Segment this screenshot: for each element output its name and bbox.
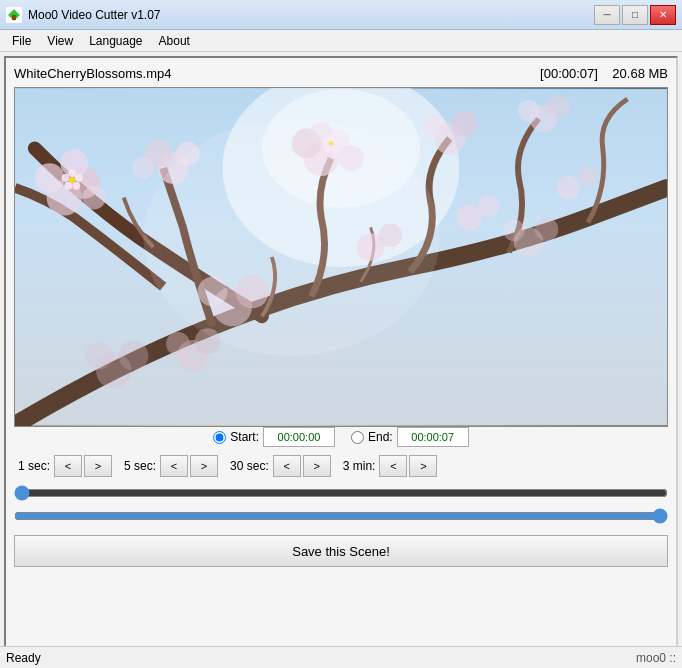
restore-button[interactable]: □ xyxy=(622,5,648,25)
step-fwd-5sec[interactable]: > xyxy=(190,455,218,477)
file-size: 20.68 MB xyxy=(612,66,668,81)
step-label-5sec: 5 sec: xyxy=(124,459,156,473)
step-label-30sec: 30 sec: xyxy=(230,459,269,473)
svg-point-9 xyxy=(35,163,65,193)
step-group-1sec: 1 sec: < > xyxy=(18,455,112,477)
svg-point-56 xyxy=(85,342,113,370)
window-controls: ─ □ ✕ xyxy=(594,5,676,25)
menu-bar: File View Language About xyxy=(0,30,682,52)
start-end-row: Start: 00:00:00 End: 00:00:07 xyxy=(14,427,668,447)
svg-point-37 xyxy=(75,174,83,182)
menu-view[interactable]: View xyxy=(39,32,81,50)
video-canvas xyxy=(15,88,667,426)
step-back-5sec[interactable]: < xyxy=(160,455,188,477)
step-label-1sec: 1 sec: xyxy=(18,459,50,473)
svg-point-53 xyxy=(503,219,525,241)
moo0-link[interactable]: moo0 :: xyxy=(636,651,676,665)
step-row: 1 sec: < > 5 sec: < > 30 sec: < > 3 min:… xyxy=(14,455,668,477)
menu-about[interactable]: About xyxy=(151,32,198,50)
svg-point-41 xyxy=(69,177,75,183)
svg-point-23 xyxy=(423,115,447,139)
svg-point-15 xyxy=(133,157,155,179)
svg-point-11 xyxy=(82,186,106,210)
status-text: Ready xyxy=(6,651,41,665)
status-bar: Ready moo0 :: xyxy=(0,646,682,668)
svg-point-50 xyxy=(166,332,190,356)
end-time-input[interactable]: 00:00:07 xyxy=(397,427,469,447)
title-text: Moo0 Video Cutter v1.07 xyxy=(28,8,161,22)
svg-point-55 xyxy=(119,341,149,371)
step-back-3min[interactable]: < xyxy=(379,455,407,477)
step-fwd-1sec[interactable]: > xyxy=(84,455,112,477)
start-radio-group: Start: 00:00:00 xyxy=(213,427,335,447)
svg-point-25 xyxy=(546,95,570,119)
svg-point-57 xyxy=(143,119,439,356)
svg-point-22 xyxy=(452,111,478,137)
file-timestamp: [00:00:07] xyxy=(540,66,598,81)
svg-point-40 xyxy=(62,174,70,182)
svg-rect-3 xyxy=(12,15,16,20)
end-radio[interactable] xyxy=(351,431,364,444)
svg-point-39 xyxy=(64,182,72,190)
svg-point-34 xyxy=(556,176,580,200)
video-area xyxy=(14,87,668,427)
end-slider[interactable] xyxy=(14,508,668,524)
save-button[interactable]: Save this Scene! xyxy=(14,535,668,567)
step-group-3min: 3 min: < > xyxy=(343,455,438,477)
slider-row-end xyxy=(14,508,668,527)
title-bar: Moo0 Video Cutter v1.07 ─ □ ✕ xyxy=(0,0,682,30)
step-label-3min: 3 min: xyxy=(343,459,376,473)
svg-point-33 xyxy=(478,195,500,217)
svg-point-26 xyxy=(518,100,540,122)
start-label: Start: xyxy=(230,430,259,444)
step-fwd-30sec[interactable]: > xyxy=(303,455,331,477)
close-button[interactable]: ✕ xyxy=(650,5,676,25)
svg-point-52 xyxy=(535,217,559,241)
start-time-input[interactable]: 00:00:00 xyxy=(263,427,335,447)
end-radio-group: End: 00:00:07 xyxy=(351,427,469,447)
file-meta: [00:00:07] 20.68 MB xyxy=(540,66,668,81)
svg-point-36 xyxy=(68,169,76,177)
step-back-1sec[interactable]: < xyxy=(54,455,82,477)
menu-file[interactable]: File xyxy=(4,32,39,50)
svg-point-32 xyxy=(457,205,483,231)
file-name: WhiteCherryBlossoms.mp4 xyxy=(14,66,172,81)
step-fwd-3min[interactable]: > xyxy=(409,455,437,477)
minimize-button[interactable]: ─ xyxy=(594,5,620,25)
start-radio[interactable] xyxy=(213,431,226,444)
title-left: Moo0 Video Cutter v1.07 xyxy=(6,7,161,23)
file-info: WhiteCherryBlossoms.mp4 [00:00:07] 20.68… xyxy=(14,66,668,81)
menu-language[interactable]: Language xyxy=(81,32,150,50)
step-group-30sec: 30 sec: < > xyxy=(230,455,331,477)
app-icon xyxy=(6,7,22,23)
step-group-5sec: 5 sec: < > xyxy=(124,455,218,477)
main-window: WhiteCherryBlossoms.mp4 [00:00:07] 20.68… xyxy=(4,56,678,664)
svg-point-38 xyxy=(72,182,80,190)
svg-point-35 xyxy=(578,166,598,186)
end-label: End: xyxy=(368,430,393,444)
start-slider[interactable] xyxy=(14,485,668,501)
slider-row-start xyxy=(14,485,668,504)
step-back-30sec[interactable]: < xyxy=(273,455,301,477)
